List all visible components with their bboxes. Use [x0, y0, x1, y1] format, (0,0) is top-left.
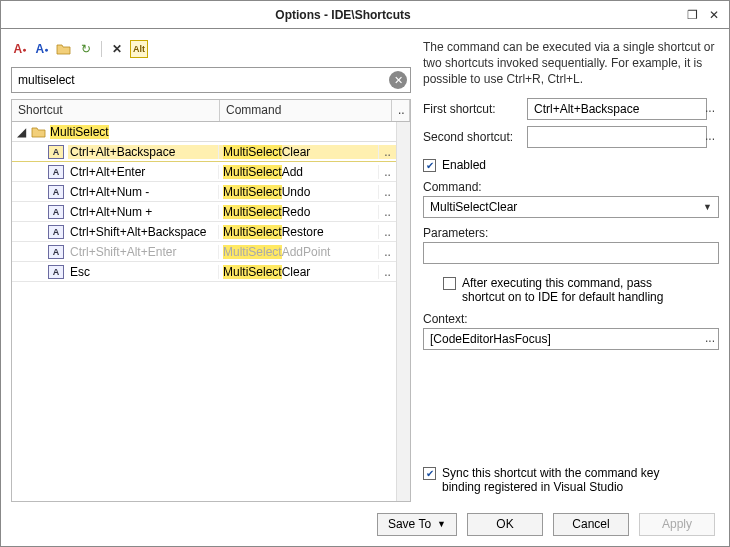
apply-button[interactable]: Apply	[639, 513, 715, 536]
group-label: MultiSelect	[48, 125, 109, 139]
cancel-button[interactable]: Cancel	[553, 513, 629, 536]
command-cell: MultiSelectAddPoint	[218, 245, 378, 259]
sync-checkbox[interactable]: ✔	[423, 467, 436, 480]
options-dialog: Options - IDE\Shortcuts ❐ ✕ A● A● ↻ ✕ Al…	[0, 0, 730, 547]
dialog-footer: Save To ▼ OK Cancel Apply	[1, 502, 729, 546]
shortcut-cell: Ctrl+Shift+Alt+Enter	[68, 245, 218, 259]
pass-to-ide-label: After executing this command, pass short…	[462, 276, 682, 304]
save-to-label: Save To	[388, 517, 431, 531]
first-shortcut-ellipsis-icon[interactable]: ...	[705, 101, 715, 115]
command-select[interactable]: MultiSelectClear ▼	[423, 196, 719, 218]
second-shortcut-label: Second shortcut:	[423, 130, 521, 144]
chevron-down-icon: ▼	[703, 202, 712, 212]
second-shortcut-ellipsis-icon[interactable]: ...	[705, 129, 715, 143]
titlebar: Options - IDE\Shortcuts ❐ ✕	[1, 1, 729, 29]
close-button[interactable]: ✕	[703, 8, 725, 22]
parameters-label: Parameters:	[423, 226, 719, 240]
command-select-value: MultiSelectClear	[430, 200, 517, 214]
table-row[interactable]: Ctrl+Shift+Alt+BackspaceMultiSelectResto…	[12, 222, 396, 242]
font-blue-icon[interactable]: A●	[33, 40, 51, 58]
table-row[interactable]: Ctrl+Alt+Num -MultiSelectUndo..	[12, 182, 396, 202]
column-shortcut[interactable]: Shortcut	[12, 100, 220, 121]
column-command[interactable]: Command	[220, 100, 392, 121]
enabled-checkbox[interactable]: ✔	[423, 159, 436, 172]
command-cell: MultiSelectClear	[218, 145, 378, 159]
more-cell[interactable]: ..	[378, 165, 396, 179]
more-cell[interactable]: ..	[378, 145, 396, 159]
shortcut-type-icon	[48, 205, 64, 219]
ok-button[interactable]: OK	[467, 513, 543, 536]
shortcut-type-icon	[48, 225, 64, 239]
description-text: The command can be executed via a single…	[423, 39, 719, 88]
command-cell: MultiSelectRedo	[218, 205, 378, 219]
alt-toggle-icon[interactable]: Alt	[130, 40, 148, 58]
shortcut-cell: Ctrl+Alt+Enter	[68, 165, 218, 179]
context-field[interactable]	[423, 328, 719, 350]
shortcut-cell: Esc	[68, 265, 218, 279]
group-row[interactable]: ◢ MultiSelect	[12, 122, 396, 142]
save-to-button[interactable]: Save To ▼	[377, 513, 457, 536]
folder-open-icon[interactable]	[55, 40, 73, 58]
command-cell: MultiSelectAdd	[218, 165, 378, 179]
shortcut-cell: Ctrl+Alt+Backspace	[68, 145, 218, 159]
enabled-label: Enabled	[442, 158, 486, 172]
shortcut-grid: Shortcut Command .. ◢ MultiSelect Ctrl+A…	[11, 99, 411, 502]
font-red-icon[interactable]: A●	[11, 40, 29, 58]
delete-icon[interactable]: ✕	[108, 40, 126, 58]
more-cell[interactable]: ..	[378, 185, 396, 199]
second-shortcut-field[interactable]	[527, 126, 707, 148]
command-cell: MultiSelectUndo	[218, 185, 378, 199]
vertical-scrollbar[interactable]	[396, 122, 410, 501]
chevron-down-icon: ▼	[437, 519, 446, 529]
shortcut-type-icon	[48, 185, 64, 199]
shortcut-cell: Ctrl+Shift+Alt+Backspace	[68, 225, 218, 239]
expand-icon[interactable]: ◢	[12, 125, 30, 139]
command-label: Command:	[423, 180, 719, 194]
shortcut-type-icon	[48, 145, 64, 159]
window-title: Options - IDE\Shortcuts	[5, 8, 681, 22]
more-cell[interactable]: ..	[378, 245, 396, 259]
context-label: Context:	[423, 312, 719, 326]
parameters-field[interactable]	[423, 242, 719, 264]
first-shortcut-field[interactable]	[527, 98, 707, 120]
more-cell[interactable]: ..	[378, 205, 396, 219]
context-ellipsis-icon[interactable]: ...	[705, 331, 715, 345]
shortcut-cell: Ctrl+Alt+Num -	[68, 185, 218, 199]
shortcut-cell: Ctrl+Alt+Num +	[68, 205, 218, 219]
table-row[interactable]: Ctrl+Shift+Alt+EnterMultiSelectAddPoint.…	[12, 242, 396, 262]
maximize-button[interactable]: ❐	[681, 8, 703, 22]
command-cell: MultiSelectClear	[218, 265, 378, 279]
toolbar: A● A● ↻ ✕ Alt	[11, 37, 411, 61]
table-row[interactable]: Ctrl+Alt+EnterMultiSelectAdd..	[12, 162, 396, 182]
sync-label: Sync this shortcut with the command key …	[442, 466, 682, 494]
table-row[interactable]: Ctrl+Alt+Num +MultiSelectRedo..	[12, 202, 396, 222]
search-input[interactable]	[11, 67, 411, 93]
first-shortcut-label: First shortcut:	[423, 102, 521, 116]
more-cell[interactable]: ..	[378, 265, 396, 279]
pass-to-ide-checkbox[interactable]	[443, 277, 456, 290]
shortcut-type-icon	[48, 245, 64, 259]
table-row[interactable]: EscMultiSelectClear..	[12, 262, 396, 282]
grid-header: Shortcut Command ..	[12, 100, 410, 122]
folder-icon	[30, 125, 48, 139]
toolbar-separator	[101, 41, 102, 57]
shortcut-type-icon	[48, 265, 64, 279]
clear-search-icon[interactable]: ✕	[389, 71, 407, 89]
shortcut-type-icon	[48, 165, 64, 179]
table-row[interactable]: Ctrl+Alt+BackspaceMultiSelectClear..	[12, 142, 396, 162]
command-cell: MultiSelectRestore	[218, 225, 378, 239]
recent-icon[interactable]: ↻	[77, 40, 95, 58]
more-cell[interactable]: ..	[378, 225, 396, 239]
column-more[interactable]: ..	[392, 100, 410, 121]
